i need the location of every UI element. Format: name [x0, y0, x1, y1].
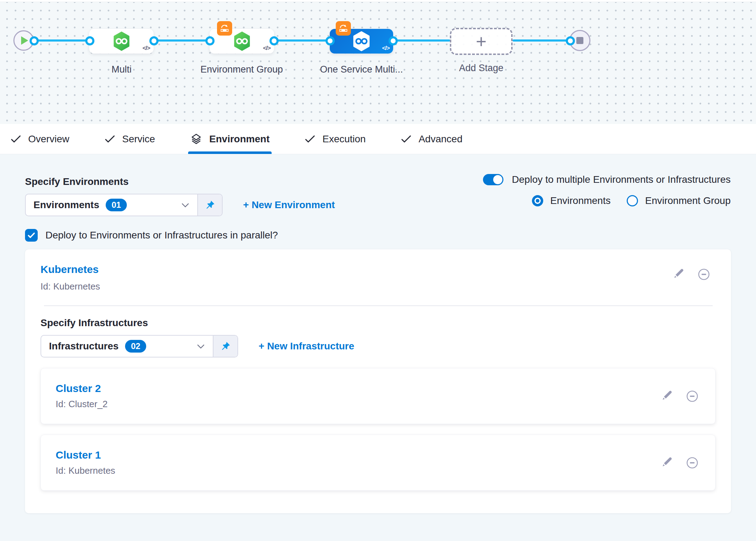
- tab-advanced[interactable]: Advanced: [401, 124, 463, 154]
- radio-selected-icon: [532, 195, 543, 206]
- environment-icon: [190, 133, 202, 145]
- connector-port: [85, 36, 94, 45]
- tab-label: Overview: [28, 133, 69, 145]
- infrastructure-card-cluster-2: Cluster 2 Id: Cluster_2: [41, 368, 715, 424]
- add-stage-label: Add Stage: [439, 63, 523, 74]
- connector-port: [389, 36, 398, 45]
- tab-label: Advanced: [419, 133, 463, 145]
- infrastructure-entity-info: Cluster 1 Id: Kubernetes: [56, 449, 115, 476]
- connector-port: [269, 36, 279, 45]
- rolling-deploy-badge-icon: [217, 21, 232, 36]
- deploy-mode-controls: Deploy to multiple Environments or Infra…: [483, 174, 731, 206]
- environment-card: Kubernetes Id: Kubernetes Specify In: [25, 249, 731, 513]
- new-environment-link[interactable]: + New Environment: [243, 199, 335, 211]
- remove-button[interactable]: [686, 390, 699, 403]
- stage-label-one-service-multi: One Service Multi...: [319, 62, 404, 77]
- harness-service-icon: [352, 31, 371, 51]
- environment-tab-panel: Specify Environments Deploy to multiple …: [0, 154, 756, 513]
- tab-service[interactable]: Service: [105, 124, 155, 154]
- chevron-down-icon: [181, 203, 190, 208]
- check-icon: [105, 135, 115, 143]
- play-icon: [21, 36, 28, 45]
- radio-label: Environments: [550, 195, 611, 206]
- infrastructure-title-link[interactable]: Cluster 2: [56, 383, 107, 394]
- connector-line: [33, 39, 90, 42]
- rolling-deploy-badge-icon: [336, 21, 351, 36]
- connector-line: [154, 39, 210, 42]
- tab-label: Service: [122, 133, 155, 145]
- edit-button[interactable]: [661, 390, 673, 402]
- parallel-checkbox[interactable]: [25, 229, 38, 242]
- tab-execution[interactable]: Execution: [305, 124, 366, 154]
- infrastructure-id: Id: Cluster_2: [56, 399, 107, 410]
- environment-entity-info: Kubernetes Id: Kubernetes: [41, 263, 100, 292]
- stage-node-multi[interactable]: </>: [89, 29, 154, 54]
- connector-port: [326, 36, 335, 45]
- tab-environment[interactable]: Environment: [190, 124, 269, 154]
- multi-env-toggle-label: Deploy to multiple Environments or Infra…: [512, 174, 731, 185]
- minus-circle-icon: [697, 268, 711, 281]
- environment-id: Id: Kubernetes: [41, 281, 100, 292]
- tab-label: Execution: [322, 133, 366, 145]
- minus-circle-icon: [686, 456, 699, 470]
- infrastructures-select-value: Infrastructures: [49, 341, 119, 352]
- parallel-checkbox-row: Deploy to Environments or Infrastructure…: [25, 229, 731, 242]
- remove-button[interactable]: [697, 268, 711, 281]
- infrastructure-title-link[interactable]: Cluster 1: [56, 449, 115, 461]
- connector-line: [513, 39, 570, 42]
- radio-label: Environment Group: [645, 195, 731, 206]
- pencil-icon: [661, 457, 673, 469]
- remove-button[interactable]: [686, 456, 699, 470]
- environments-select-value: Environments: [33, 199, 99, 211]
- edit-button[interactable]: [661, 457, 673, 469]
- env-mode-radio-group: Environments Environment Group: [532, 195, 731, 206]
- chevron-down-icon: [197, 344, 205, 349]
- infrastructure-entity-info: Cluster 2 Id: Cluster_2: [56, 383, 107, 410]
- new-infrastructure-link[interactable]: + New Infrastructure: [259, 341, 354, 352]
- parallel-checkbox-label: Deploy to Environments or Infrastructure…: [45, 230, 278, 241]
- environments-select[interactable]: Environments 01: [25, 194, 223, 216]
- check-icon: [11, 135, 21, 143]
- pencil-icon: [673, 268, 684, 280]
- infrastructure-actions: [661, 390, 699, 403]
- pipeline-canvas: </> Multi </> Environment Group: [0, 2, 756, 124]
- radio-environments[interactable]: Environments: [532, 195, 611, 206]
- harness-service-icon: [112, 31, 131, 51]
- add-stage-button[interactable]: +: [450, 28, 513, 55]
- multi-env-toggle-row: Deploy to multiple Environments or Infra…: [483, 174, 731, 185]
- infrastructures-count-badge: 02: [125, 340, 147, 353]
- infrastructure-id: Id: Kubernetes: [56, 465, 115, 476]
- yaml-code-glyph: </>: [142, 45, 150, 52]
- pencil-icon: [661, 390, 673, 402]
- harness-service-icon: [233, 31, 251, 51]
- multi-env-toggle[interactable]: [483, 174, 503, 185]
- yaml-code-glyph: </>: [382, 45, 390, 52]
- connector-port: [30, 36, 39, 45]
- infrastructures-select-row: Infrastructures 02 + New Infrastructure: [41, 335, 715, 357]
- tab-overview[interactable]: Overview: [11, 124, 69, 154]
- infrastructure-actions: [661, 456, 699, 470]
- environments-select-main[interactable]: Environments 01: [26, 194, 197, 216]
- edit-button[interactable]: [673, 268, 684, 280]
- pin-button[interactable]: [197, 194, 222, 216]
- environment-title-link[interactable]: Kubernetes: [41, 263, 100, 275]
- infrastructures-select-main[interactable]: Infrastructures 02: [41, 336, 213, 357]
- connector-port: [205, 36, 215, 45]
- connector-line: [274, 39, 330, 42]
- environment-actions: [673, 263, 715, 281]
- pin-button[interactable]: [213, 336, 237, 357]
- specify-infrastructures-heading: Specify Infrastructures: [41, 317, 715, 329]
- stage-tabbar: Overview Service Environment Execution A…: [0, 124, 756, 154]
- environments-count-badge: 01: [106, 199, 127, 211]
- environment-entity-row: Kubernetes Id: Kubernetes: [41, 263, 715, 292]
- check-icon: [305, 135, 315, 143]
- radio-unselected-icon: [627, 195, 638, 206]
- minus-circle-icon: [686, 390, 699, 403]
- infrastructures-select[interactable]: Infrastructures 02: [41, 335, 238, 357]
- infrastructure-card-cluster-1: Cluster 1 Id: Kubernetes: [41, 435, 715, 491]
- check-icon: [401, 135, 411, 143]
- connector-line: [392, 39, 450, 42]
- section-divider: [44, 305, 713, 306]
- radio-environment-group[interactable]: Environment Group: [627, 195, 731, 206]
- stage-label-environment-group: Environment Group: [199, 62, 284, 77]
